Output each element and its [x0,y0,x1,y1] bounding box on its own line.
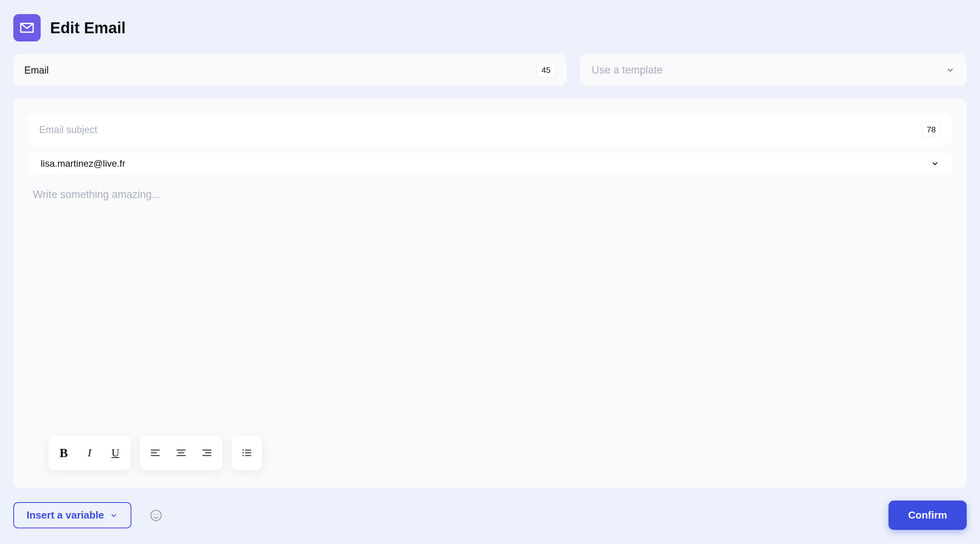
underline-icon: U [111,447,119,459]
bold-button[interactable]: B [51,438,77,468]
email-body-editor[interactable] [28,182,952,473]
chevron-down-icon [109,511,118,520]
text-style-group: B I U [48,436,131,470]
page-title: Edit Email [50,19,126,37]
template-select[interactable]: Use a template [580,54,967,86]
bold-icon: B [59,446,68,460]
svg-point-15 [151,510,162,521]
bullet-list-icon [241,447,252,458]
subject-card: 78 [28,113,952,146]
bullet-list-button[interactable] [234,438,260,468]
list-group [232,436,262,470]
align-right-icon [201,447,212,458]
insert-variable-label: Insert a variable [27,509,104,521]
mail-icon [13,14,41,41]
emoji-button[interactable] [149,509,163,522]
align-center-icon [176,447,187,458]
insert-variable-button[interactable]: Insert a variable [13,502,131,528]
chevron-down-icon [931,159,939,168]
subject-input[interactable] [39,124,922,135]
svg-point-9 [242,449,244,451]
align-left-button[interactable] [142,438,168,468]
italic-icon: I [88,447,91,459]
underline-button[interactable]: U [102,438,128,468]
editor-panel: 78 lisa.martinez@live.fr B I U [13,99,967,488]
align-left-icon [150,447,161,458]
footer: Insert a variable Confirm [13,501,967,530]
svg-point-13 [242,455,244,456]
svg-point-11 [242,452,244,454]
svg-point-17 [157,514,158,515]
template-placeholder: Use a template [592,64,663,76]
email-title-card: 45 [13,54,567,86]
italic-button[interactable]: I [77,438,102,468]
confirm-button[interactable]: Confirm [888,501,967,530]
align-right-button[interactable] [194,438,220,468]
from-address: lisa.martinez@live.fr [41,158,125,169]
page-header: Edit Email [13,14,967,41]
from-select[interactable]: lisa.martinez@live.fr [28,153,952,175]
smiley-icon [150,509,162,522]
svg-point-16 [154,514,155,515]
align-group [140,436,222,470]
format-toolbar: B I U [48,436,262,470]
email-title-input[interactable] [24,65,537,76]
align-center-button[interactable] [168,438,194,468]
subject-counter: 78 [922,122,941,137]
email-title-counter: 45 [537,63,556,77]
chevron-down-icon [946,65,955,75]
